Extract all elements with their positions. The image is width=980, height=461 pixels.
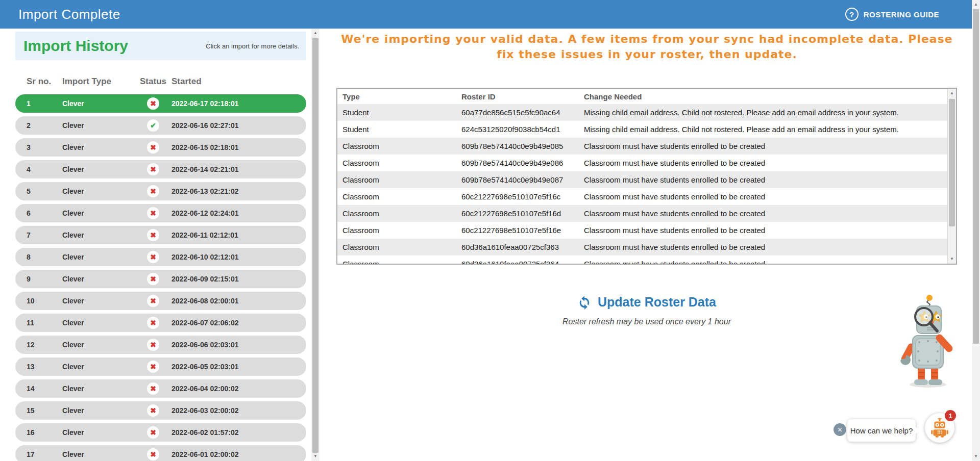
issues-table: TypeRoster IDChange Needed Student60a77d… [336,88,957,265]
import-started: 2022-06-15 02:18:01 [172,143,306,151]
import-history-row[interactable]: 9Clever✖2022-06-09 02:15:01 [15,270,306,288]
import-history-row[interactable]: 12Clever✖2022-06-06 02:03:01 [15,336,306,354]
import-history-row[interactable]: 17Clever✖2022-06-01 02:00:02 [15,445,306,461]
issue-type: Classroom [337,209,461,218]
issue-type: Classroom [337,243,461,251]
import-history-row[interactable]: 4Clever✖2022-06-14 02:21:01 [15,160,306,178]
issues-table-row: Classroom60c21227698e510107e5f16dClassro… [337,205,947,222]
issue-roster-id: 60c21227698e510107e5f16e [461,226,584,235]
issues-column-header-change-needed: Change Needed [584,92,947,101]
import-history-row[interactable]: 15Clever✖2022-06-03 02:00:02 [15,401,306,420]
import-started: 2022-06-08 02:00:01 [172,297,306,305]
error-status-icon: ✖ [147,339,159,351]
issues-table-row: Classroom60c21227698e510107e5f16eClassro… [337,222,947,239]
scroll-down-icon[interactable]: ▼ [948,255,956,263]
import-history-row[interactable]: 13Clever✖2022-06-05 02:03:01 [15,357,306,376]
scroll-down-icon[interactable]: ▼ [972,453,980,460]
import-started: 2022-06-16 02:27:01 [172,121,306,130]
issues-table-header: TypeRoster IDChange Needed [337,89,947,104]
import-started: 2022-06-13 02:21:02 [172,187,306,195]
chat-close-button[interactable]: ✕ [834,423,846,436]
error-status-icon: ✖ [147,229,159,241]
page-scrollbar-thumb[interactable] [973,9,979,344]
rostering-guide-label: ROSTERING GUIDE [864,10,939,19]
error-status-icon: ✖ [147,382,159,395]
import-started: 2022-06-03 02:00:02 [172,406,306,415]
scroll-down-icon[interactable]: ▼ [311,453,320,460]
import-type: Clever [62,363,135,371]
issues-table-body: Student60a77de856c515e5fc90ac64Missing c… [337,104,947,264]
success-status-icon: ✔ [147,119,159,132]
issue-roster-id: 60d36a1610feaa00725cf363 [461,243,584,251]
import-started: 2022-06-14 02:21:01 [172,165,306,173]
issue-change-needed: Missing child email address. Child not r… [584,108,947,117]
issue-type: Classroom [337,142,461,150]
import-type: Clever [62,275,135,283]
import-history-row[interactable]: 8Clever✖2022-06-10 02:12:01 [15,248,306,266]
issues-table-row: Student60a77de856c515e5fc90ac64Missing c… [337,104,947,121]
issues-table-row: Classroom609b78e574140c0e9b49e085Classro… [337,138,947,155]
scroll-up-icon[interactable]: ▲ [972,1,980,8]
import-started: 2022-06-09 02:15:01 [172,275,306,283]
issues-table-row: Classroom609b78e574140c0e9b49e086Classro… [337,155,947,171]
issues-table-row: Classroom609b78e574140c0e9b49e087Classro… [337,171,947,188]
import-history-row[interactable]: 16Clever✖2022-06-02 01:57:02 [15,423,306,442]
import-sr-no: 2 [27,121,62,130]
import-started: 2022-06-11 02:12:01 [172,231,306,239]
import-history-row[interactable]: 1Clever✖2022-06-17 02:18:01 [15,94,306,113]
issues-table-scrollbar[interactable]: ▲ ▼ [947,89,956,264]
import-status-cell: ✖ [135,163,172,175]
import-status-cell: ✖ [135,273,172,285]
import-sr-no: 4 [27,165,62,173]
import-started: 2022-06-17 02:18:01 [172,99,306,108]
scroll-up-icon[interactable]: ▲ [948,90,956,97]
import-sr-no: 16 [27,428,62,437]
import-status-cell: ✖ [135,382,172,395]
update-roster-data-button[interactable]: Update Roster Data [336,295,957,310]
issue-roster-id: 609b78e574140c0e9b49e085 [461,142,584,150]
import-type: Clever [62,385,135,393]
import-history-column-headers: Sr no.Import TypeStatusStarted [15,76,306,87]
import-sr-no: 1 [27,99,62,108]
import-started: 2022-06-05 02:03:01 [172,363,306,371]
import-sr-no: 17 [27,450,62,458]
update-roster-data-label: Update Roster Data [598,295,716,310]
import-sr-no: 13 [27,363,62,371]
import-history-row[interactable]: 11Clever✖2022-06-07 02:06:02 [15,314,306,332]
issue-roster-id: 60c21227698e510107e5f16d [461,209,584,218]
import-status-cell: ✖ [135,141,172,153]
import-type: Clever [62,428,135,437]
import-history-title: Import History [23,37,128,55]
top-bar: Import Complete ? ROSTERING GUIDE [0,0,980,29]
import-sr-no: 8 [27,253,62,261]
issue-type: Student [337,108,461,117]
refresh-note: Roster refresh may be used once every 1 … [336,317,957,326]
import-history-row[interactable]: 6Clever✖2022-06-12 02:24:01 [15,204,306,222]
import-started: 2022-06-07 02:06:02 [172,319,306,327]
import-status-cell: ✖ [135,207,172,219]
import-started: 2022-06-12 02:24:01 [172,209,306,217]
import-history-header: Import History Click an import for more … [15,32,306,60]
import-sr-no: 3 [27,143,62,151]
import-history-row[interactable]: 2Clever✔2022-06-16 02:27:01 [15,116,306,135]
issue-type: Classroom [337,175,461,184]
issue-type: Classroom [337,159,461,167]
page-scrollbar[interactable]: ▲ ▼ [972,0,980,461]
sidebar-scrollbar[interactable]: ▲ ▼ [311,29,320,461]
sidebar-scrollbar-thumb[interactable] [312,38,318,453]
chat-tooltip[interactable]: How can we help? [847,419,916,442]
import-type: Clever [62,231,135,239]
import-history-row[interactable]: 5Clever✖2022-06-13 02:21:02 [15,182,306,200]
issues-table-scrollbar-thumb[interactable] [949,99,955,226]
import-history-row[interactable]: 14Clever✖2022-06-04 02:00:02 [15,379,306,398]
import-history-row[interactable]: 7Clever✖2022-06-11 02:12:01 [15,226,306,244]
issue-roster-id: 60a77de856c515e5fc90ac64 [461,108,584,117]
rostering-guide-button[interactable]: ? ROSTERING GUIDE [845,8,939,21]
import-status-cell: ✖ [135,426,172,439]
import-sr-no: 12 [27,341,62,349]
import-history-row[interactable]: 10Clever✖2022-06-08 02:00:01 [15,292,306,310]
issue-roster-id: 60c21227698e510107e5f16c [461,192,584,201]
import-sr-no: 10 [27,297,62,305]
import-history-row[interactable]: 3Clever✖2022-06-15 02:18:01 [15,138,306,157]
scroll-up-icon[interactable]: ▲ [311,30,320,37]
